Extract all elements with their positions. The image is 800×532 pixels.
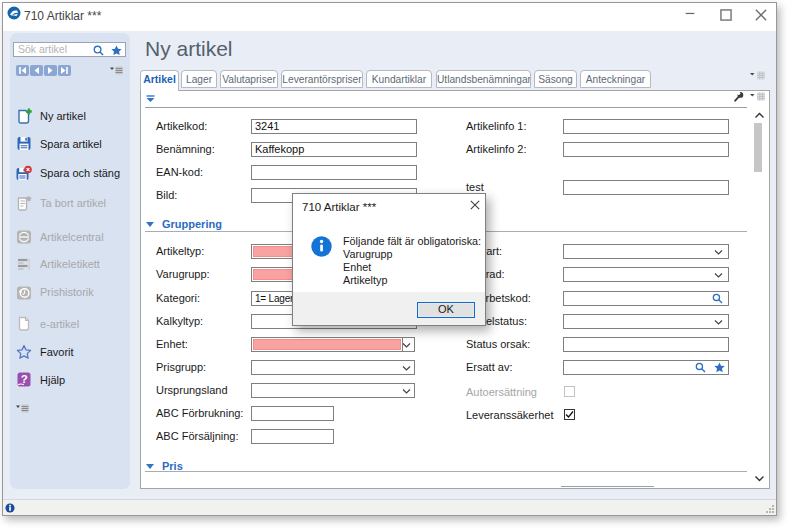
svg-text:?: ? — [21, 373, 28, 385]
